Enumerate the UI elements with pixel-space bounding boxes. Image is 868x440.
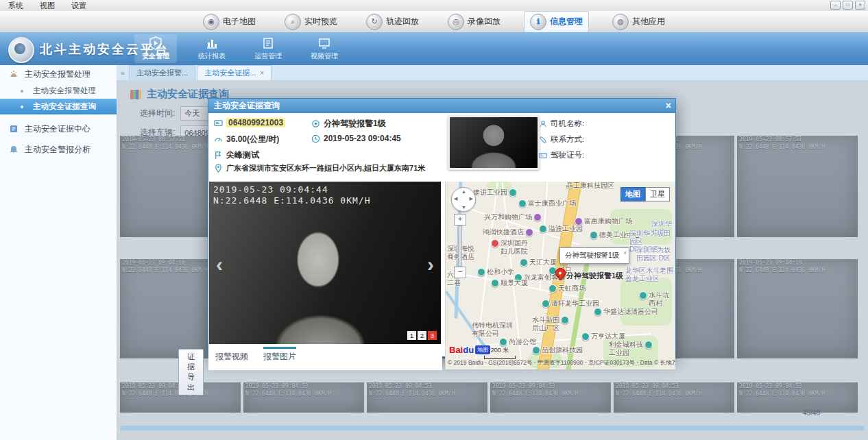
sidebar-label: 主动安全报警处理	[33, 86, 96, 96]
pan-down-icon[interactable]: ▼	[461, 205, 466, 210]
poi-dot-icon	[548, 284, 557, 293]
vehicle-id-value: 064809921003	[226, 118, 285, 127]
live-preview-icon: ⌕	[285, 14, 301, 30]
nav-live-preview[interactable]: ⌕ 实时预览	[279, 12, 343, 32]
menu-system[interactable]: 系统	[0, 1, 32, 11]
license-card-icon	[539, 151, 547, 160]
prev-image-chevron-icon[interactable]: ‹	[216, 253, 223, 276]
tab-evidence-query[interactable]: 主动安全证据... ×	[197, 65, 272, 80]
nav-label: 信息管理	[550, 16, 583, 27]
tab-alarm-handling[interactable]: 主动安全报警...	[129, 65, 195, 80]
zoom-out-button[interactable]: −	[454, 267, 466, 278]
pager-page-3[interactable]: 3	[428, 331, 437, 340]
poi-dot-icon	[594, 308, 602, 316]
map-poi-label: 建进工业园	[473, 188, 517, 197]
nav-label: 电子地图	[223, 16, 256, 27]
map-poi-label: 华盛达滤清器公司	[594, 308, 658, 316]
sidebar-item-alarm-handling[interactable]: 主动安全报警处理	[0, 83, 117, 99]
nav-track-playback[interactable]: ↻ 轨迹回放	[361, 12, 424, 32]
poi-dot-icon	[520, 258, 528, 267]
pan-right-icon[interactable]: ▶	[470, 196, 473, 201]
menu-view[interactable]: 视图	[32, 1, 63, 11]
sidebar-item-alarm-handling-group[interactable]: 主动安全报警处理	[0, 65, 117, 83]
infowindow-close-icon[interactable]: ×	[623, 249, 627, 256]
nav-video-playback[interactable]: ◎ 录像回放	[442, 12, 506, 32]
map-poi-label: 深圳国丹 妇儿医院	[491, 239, 528, 255]
tab-close-icon[interactable]: ×	[260, 69, 264, 77]
tool-safety-management[interactable]: 安全管理	[134, 34, 177, 63]
poi-dot-icon	[644, 341, 653, 349]
pager-page-2[interactable]: 2	[418, 331, 426, 340]
map-pan-control[interactable]: ▲ ▼ ◀ ▶	[451, 187, 476, 212]
sidebar-item-evidence-query[interactable]: 主动安全证据查询	[0, 99, 117, 114]
next-image-chevron-icon[interactable]: ›	[427, 253, 434, 276]
company-row: 尖峰测试	[214, 149, 259, 161]
map-poi-label: 请轩龙华工业园	[542, 300, 599, 308]
map-poi-label: 富士康商业广场	[518, 199, 576, 208]
collapse-sidebar-icon[interactable]: «	[117, 69, 129, 77]
minimize-button[interactable]: –	[830, 1, 841, 10]
shield-play-icon	[149, 36, 162, 50]
poi-dot-icon	[533, 213, 542, 221]
map-poi-label: 龙华区水斗老围 盈龙工业区	[625, 267, 673, 282]
map-mode-map-button[interactable]: 地图	[620, 187, 645, 201]
poi-dot-icon	[542, 300, 550, 308]
close-button[interactable]: ×	[855, 1, 865, 10]
tool-label: 视频管理	[311, 51, 338, 61]
baidu-map[interactable]: 晶工康科技园区建进工业园富士康商业广场兴万和购物广场富惠康购物广场深圳华为基鸿润…	[445, 182, 675, 369]
track-playback-icon: ↻	[366, 14, 383, 30]
bullet-icon	[21, 106, 23, 108]
clock-icon	[311, 134, 320, 143]
tab-alarm-video[interactable]: 报警视频	[215, 351, 248, 363]
poi-dot-icon	[499, 338, 507, 346]
zoom-slider-track[interactable]	[458, 225, 462, 267]
video-osd-text: 2019-05-23 09:04:44N:22.6448 E:114.0436 …	[213, 184, 371, 206]
menubar: 系统 视图 设置 – □ ×	[0, 0, 868, 12]
map-attribution: © 2019 Baidu - GS(2018)5572号 - 甲测资字11009…	[448, 359, 675, 367]
horizontal-scrollbar[interactable]	[120, 426, 865, 430]
map-poi-label: 水斗坑西村	[639, 291, 675, 307]
map-poi-label: 顺景大厦	[491, 279, 528, 287]
sidebar-item-alarm-analysis[interactable]: 主动安全警报分析	[0, 140, 117, 158]
pager-page-1[interactable]: 1	[407, 331, 416, 340]
tool-video-management[interactable]: 视频管理	[303, 34, 346, 63]
menu-settings[interactable]: 设置	[63, 1, 95, 11]
infowindow-leader	[564, 262, 564, 269]
dialog-title: 主动安全证据查询	[208, 99, 675, 113]
alarm-type-icon	[311, 119, 320, 128]
sidebar-label: 主动安全证据中心	[25, 123, 91, 135]
map-mode-satellite-button[interactable]: 卫星	[645, 187, 670, 201]
poi-dot-icon	[639, 291, 647, 300]
poi-dot-icon	[509, 188, 517, 197]
bar-chart-icon	[205, 36, 219, 50]
maximize-button[interactable]: □	[843, 1, 853, 10]
driver-phone-field: 联系方式:	[539, 134, 584, 145]
tool-operations-management[interactable]: 运营管理	[247, 34, 289, 63]
evidence-query-dialog: 主动安全证据查询 × 064809921003 分神驾驶报警1级 36.00(公…	[208, 98, 676, 357]
map-poi-label: 晶工康科技园区	[566, 182, 614, 190]
sidebar: 主动安全报警处理 主动安全报警处理 主动安全证据查询 主动安全证据中心 主动安全…	[0, 65, 117, 440]
alarm-type-value: 分神驾驶报警1级	[324, 118, 386, 130]
tab-alarm-image[interactable]: 报警图片	[263, 347, 296, 363]
alarm-type-row: 分神驾驶报警1级	[311, 118, 386, 130]
zoom-in-button[interactable]: +	[454, 214, 466, 225]
alarm-video-frame[interactable]: 2019-05-23 09:04:44N:22.6448 E:114.0436 …	[209, 182, 441, 344]
tab-label: 主动安全证据...	[204, 68, 256, 78]
nav-other-apps[interactable]: ◍ 其他应用	[607, 12, 671, 32]
sidebar-label: 主动安全报警处理	[25, 69, 91, 80]
emap-icon: ◉	[203, 14, 219, 30]
sidebar-label: 主动安全证据查询	[33, 101, 96, 112]
tool-label: 安全管理	[142, 51, 169, 61]
sidebar-item-evidence-center[interactable]: 主动安全证据中心	[0, 120, 117, 138]
evidence-export-button[interactable]: 证据导出	[178, 349, 204, 395]
poi-dot-icon	[491, 279, 499, 287]
tool-statistics-report[interactable]: 统计报表	[191, 34, 233, 63]
video-playback-icon: ◎	[448, 14, 464, 30]
pan-up-icon[interactable]: ▲	[461, 189, 466, 194]
dialog-close-icon[interactable]: ×	[666, 99, 671, 113]
nav-label: 轨迹回放	[386, 16, 419, 27]
nav-info-management[interactable]: ℹ 信息管理	[524, 11, 589, 33]
pan-left-icon[interactable]: ◀	[454, 196, 457, 201]
nav-emap[interactable]: ◉ 电子地图	[197, 12, 261, 32]
map-poi-label: 松和小学	[477, 268, 514, 276]
